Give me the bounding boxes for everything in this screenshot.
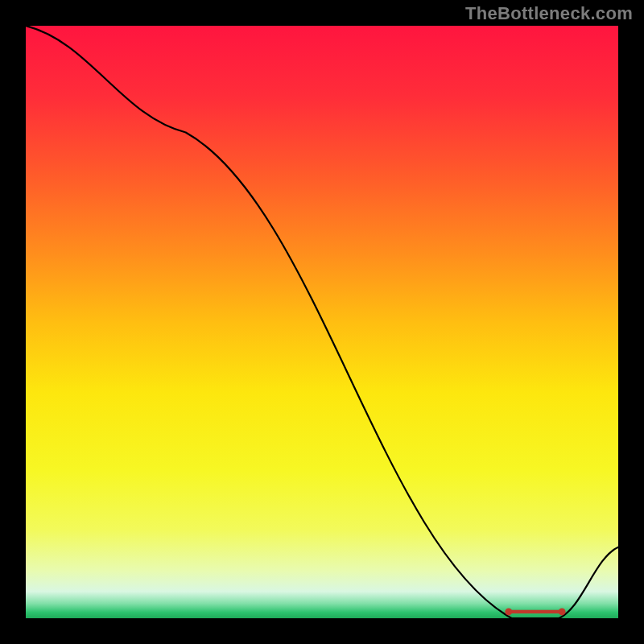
chart-frame: TheBottleneck.com xyxy=(0,0,644,644)
svg-rect-2 xyxy=(509,610,562,613)
chart-svg xyxy=(26,26,618,618)
chart-background xyxy=(26,26,618,618)
watermark-label: TheBottleneck.com xyxy=(465,3,633,24)
plot-area xyxy=(26,26,618,618)
